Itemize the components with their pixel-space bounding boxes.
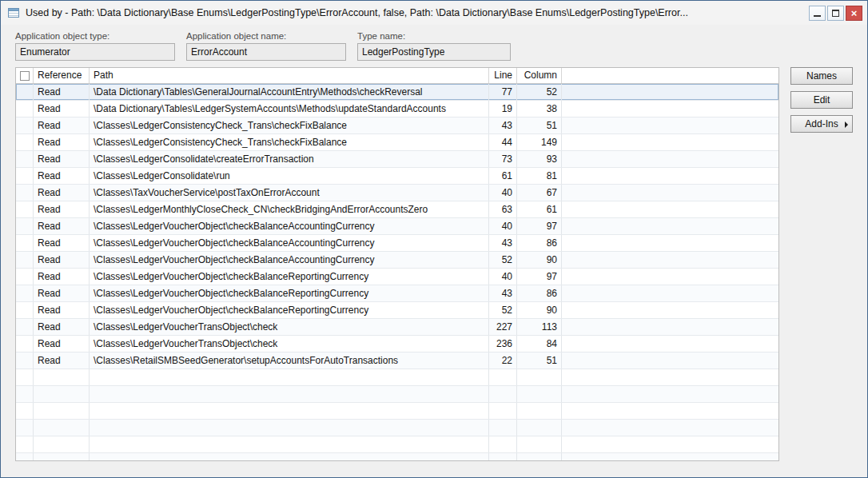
cell-path: \Classes\LedgerConsistencyCheck_Trans\ch…	[90, 118, 489, 133]
cell-column	[517, 386, 562, 402]
cell-select	[16, 420, 34, 436]
usedby-grid: Reference Path Line Column Read\Data Dic…	[15, 67, 779, 461]
cell-line: 63	[489, 201, 517, 217]
cell-line: 44	[489, 134, 517, 150]
table-row[interactable]: Read\Classes\LedgerMonthlyCloseCheck_CN\…	[16, 201, 778, 218]
cell-line: 52	[489, 302, 517, 318]
table-row[interactable]: Read\Data Dictionary\Tables\LedgerSystem…	[16, 101, 778, 118]
cell-line	[489, 436, 517, 452]
cell-path: \Classes\TaxVoucherService\postTaxOnErro…	[90, 185, 489, 201]
names-button[interactable]: Names	[790, 67, 853, 85]
application-object-name-field[interactable]: ErrorAccount	[186, 43, 346, 61]
cell-line: 19	[489, 101, 517, 117]
cell-path: \Classes\LedgerConsolidate\run	[90, 168, 489, 184]
cell-line: 227	[489, 319, 517, 335]
cell-reference: Read	[34, 151, 90, 167]
minimize-icon	[814, 15, 821, 17]
cell-select	[16, 168, 34, 184]
cell-reference: Read	[34, 235, 90, 251]
cell-reference: Read	[34, 168, 90, 184]
application-object-type-field[interactable]: Enumerator	[15, 43, 175, 61]
table-row[interactable]: Read\Classes\LedgerVoucherObject\checkBa…	[16, 269, 778, 285]
type-name-group: Type name: LedgerPostingType	[357, 31, 511, 61]
cell-filler	[562, 369, 778, 385]
table-row[interactable]: Read\Classes\LedgerVoucherTransObject\ch…	[16, 319, 778, 336]
cell-filler	[562, 403, 778, 419]
cell-select	[16, 369, 34, 385]
cell-filler	[562, 453, 778, 461]
cell-line	[489, 369, 517, 385]
close-icon: ×	[851, 6, 858, 20]
empty-row	[16, 420, 778, 436]
cell-column	[517, 453, 562, 461]
close-button[interactable]: ×	[846, 6, 862, 21]
cell-select	[16, 84, 34, 100]
cell-column: 86	[517, 235, 562, 251]
cell-reference: Read	[34, 252, 90, 268]
table-row[interactable]: Read\Classes\LedgerConsistencyCheck_Tran…	[16, 118, 778, 134]
cell-column	[517, 420, 562, 436]
cell-reference: Read	[34, 319, 90, 335]
column-header-reference[interactable]: Reference	[34, 68, 90, 83]
cell-path: \Classes\LedgerMonthlyCloseCheck_CN\chec…	[90, 201, 489, 217]
table-row[interactable]: Read\Classes\TaxVoucherService\postTaxOn…	[16, 185, 778, 201]
edit-button-label: Edit	[814, 94, 830, 106]
cell-reference	[34, 420, 90, 436]
edit-button[interactable]: Edit	[790, 91, 853, 109]
cell-line: 52	[489, 252, 517, 268]
cell-path: \Classes\LedgerConsolidate\createErrorTr…	[90, 151, 489, 167]
table-row[interactable]: Read\Classes\LedgerVoucherObject\checkBa…	[16, 252, 778, 269]
table-row[interactable]: Read\Classes\RetailSMBSeedGenerator\setu…	[16, 353, 778, 369]
cell-filler	[562, 235, 778, 251]
maximize-button[interactable]	[827, 6, 844, 21]
cell-select	[16, 453, 34, 461]
cell-line: 43	[489, 235, 517, 251]
cell-column: 81	[517, 168, 562, 184]
window-icon	[7, 6, 20, 19]
titlebar[interactable]: Used by - Path: \Data Dictionary\Base En…	[1, 1, 867, 25]
select-all-checkbox[interactable]	[20, 71, 30, 81]
table-row[interactable]: Read\Classes\LedgerConsolidate\run6181	[16, 168, 778, 185]
column-header-line[interactable]: Line	[489, 68, 517, 83]
cell-filler	[562, 118, 778, 133]
cell-select	[16, 403, 34, 419]
type-name-field[interactable]: LedgerPostingType	[357, 43, 511, 61]
cell-column: 90	[517, 252, 562, 268]
cell-select	[16, 252, 34, 268]
empty-row	[16, 403, 778, 420]
cell-column: 97	[517, 269, 562, 285]
table-row[interactable]: Read\Classes\LedgerVoucherObject\checkBa…	[16, 302, 778, 319]
table-row[interactable]: Read\Classes\LedgerConsolidate\createErr…	[16, 151, 778, 168]
cell-reference: Read	[34, 218, 90, 234]
names-button-label: Names	[806, 70, 837, 82]
grid-body: Read\Data Dictionary\Tables\GeneralJourn…	[16, 84, 778, 461]
cell-column: 84	[517, 336, 562, 352]
cell-filler	[562, 353, 778, 368]
cell-select	[16, 101, 34, 117]
cell-path	[90, 403, 489, 419]
cell-path: \Classes\RetailSMBSeedGenerator\setupAcc…	[90, 353, 489, 368]
cell-filler	[562, 185, 778, 201]
table-row[interactable]: Read\Classes\LedgerConsistencyCheck_Tran…	[16, 134, 778, 151]
empty-row	[16, 436, 778, 453]
table-row[interactable]: Read\Classes\LedgerVoucherObject\checkBa…	[16, 235, 778, 252]
table-row[interactable]: Read\Classes\LedgerVoucherObject\checkBa…	[16, 218, 778, 235]
cell-column: 86	[517, 285, 562, 301]
cell-reference: Read	[34, 353, 90, 368]
column-header-column[interactable]: Column	[517, 68, 562, 83]
cell-filler	[562, 134, 778, 150]
table-row[interactable]: Read\Classes\LedgerVoucherObject\checkBa…	[16, 285, 778, 302]
column-header-path[interactable]: Path	[90, 68, 489, 83]
cell-column	[517, 403, 562, 419]
minimize-button[interactable]	[809, 6, 826, 21]
cell-path: \Classes\LedgerVoucherTransObject\check	[90, 319, 489, 335]
table-row[interactable]: Read\Classes\LedgerVoucherTransObject\ch…	[16, 336, 778, 353]
application-object-name-label: Application object name:	[186, 31, 346, 41]
caption-buttons: ×	[807, 6, 862, 21]
cell-reference: Read	[34, 336, 90, 352]
client-area: Application object type: Enumerator Appl…	[1, 25, 867, 461]
table-row[interactable]: Read\Data Dictionary\Tables\GeneralJourn…	[16, 84, 778, 101]
cell-path: \Data Dictionary\Tables\GeneralJournalAc…	[90, 84, 489, 100]
cell-filler	[562, 168, 778, 184]
addins-button[interactable]: Add-Ins	[790, 115, 853, 133]
